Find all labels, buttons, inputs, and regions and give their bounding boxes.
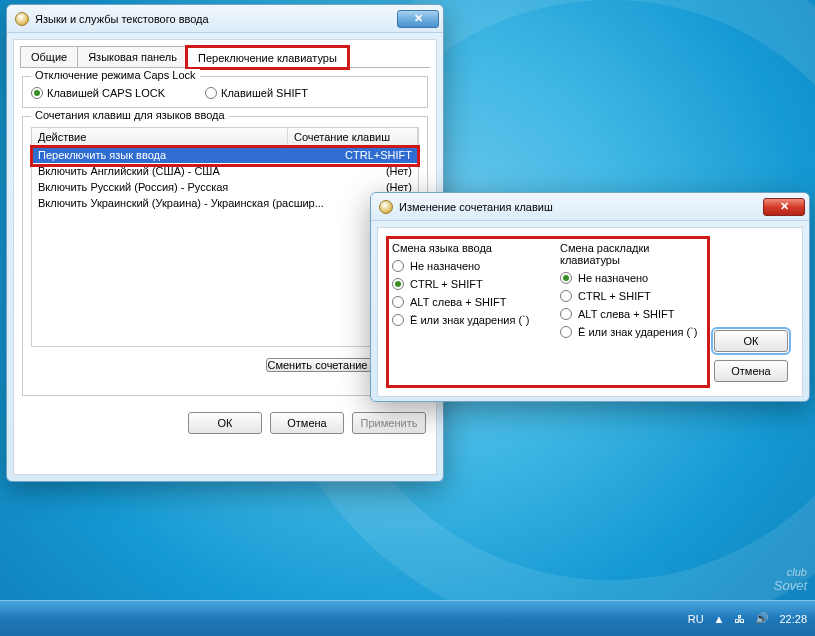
radio-dot-icon (31, 87, 43, 99)
radio-left-1[interactable]: CTRL + SHIFT (392, 278, 536, 290)
tray-sound-icon[interactable]: 🔊 (755, 612, 769, 625)
app-icon (379, 200, 393, 214)
radio-left-3[interactable]: Ё или знак ударения (`) (392, 314, 536, 326)
caps-lock-legend: Отключение режима Caps Lock (31, 69, 200, 81)
dialog-side-buttons: ОК Отмена (714, 232, 798, 392)
radio-right-1[interactable]: CTRL + SHIFT (560, 290, 704, 302)
hotkeys-table-header: Действие Сочетание клавиш (31, 127, 419, 147)
radio-dot-icon (560, 272, 572, 284)
system-tray[interactable]: RU ▲ 🖧 🔊 22:28 (688, 612, 807, 625)
col-combo: Сочетание клавиш (288, 128, 418, 146)
dialog-button-bar: ОК Отмена Применить (20, 404, 430, 442)
titlebar[interactable]: Языки и службы текстового ввода ✕ (7, 5, 443, 33)
cancel-button[interactable]: Отмена (714, 360, 788, 382)
radio-left-0[interactable]: Не назначено (392, 260, 536, 272)
table-row[interactable]: Включить Русский (Россия) - Русская (Нет… (32, 179, 418, 195)
apply-button[interactable]: Применить (352, 412, 426, 434)
radio-shift-key[interactable]: Клавишей SHIFT (205, 87, 308, 99)
close-button[interactable]: ✕ (763, 198, 805, 216)
radio-right-0[interactable]: Не назначено (560, 272, 704, 284)
radio-dot-icon (560, 326, 572, 338)
col-action: Действие (32, 128, 288, 146)
cancel-button[interactable]: Отмена (270, 412, 344, 434)
layout-label: Смена раскладки клавиатуры (560, 242, 704, 266)
radio-dot-icon (392, 278, 404, 290)
input-lang-column: Смена языка ввода Не назначено CTRL + SH… (392, 242, 536, 344)
caps-lock-group: Отключение режима Caps Lock Клавишей CAP… (22, 76, 428, 108)
layout-column: Смена раскладки клавиатуры Не назначено … (560, 242, 704, 344)
app-icon (15, 12, 29, 26)
change-hotkey-dialog: Изменение сочетания клавиш ✕ Смена языка… (370, 192, 810, 402)
table-row[interactable]: Включить Английский (США) - США (Нет) (32, 163, 418, 179)
tab-strip: Общие Языковая панель Переключение клави… (20, 46, 430, 68)
radio-dot-icon (560, 308, 572, 320)
hotkeys-legend: Сочетания клавиш для языков ввода (31, 109, 229, 121)
radio-dot-icon (560, 290, 572, 302)
table-row[interactable]: Переключить язык ввода CTRL+SHIFT (32, 147, 418, 163)
hotkeys-table-body[interactable]: Переключить язык ввода CTRL+SHIFT Включи… (31, 147, 419, 347)
input-lang-label: Смена языка ввода (392, 242, 536, 254)
tab-keyboard-switch[interactable]: Переключение клавиатуры (187, 47, 348, 68)
hotkeys-group: Сочетания клавиш для языков ввода Действ… (22, 116, 428, 396)
options-columns: Смена языка ввода Не назначено CTRL + SH… (382, 232, 714, 354)
radio-dot-icon (392, 260, 404, 272)
watermark: club Sovet (774, 559, 807, 592)
tray-flag-icon[interactable]: ▲ (714, 613, 725, 625)
radio-dot-icon (205, 87, 217, 99)
radio-dot-icon (392, 296, 404, 308)
radio-left-2[interactable]: ALT слева + SHIFT (392, 296, 536, 308)
radio-right-2[interactable]: ALT слева + SHIFT (560, 308, 704, 320)
radio-dot-icon (392, 314, 404, 326)
radio-right-3[interactable]: Ё или знак ударения (`) (560, 326, 704, 338)
tab-general[interactable]: Общие (20, 46, 78, 67)
dialog-title: Изменение сочетания клавиш (399, 201, 553, 213)
ok-button[interactable]: ОК (188, 412, 262, 434)
titlebar[interactable]: Изменение сочетания клавиш ✕ (371, 193, 809, 221)
tray-network-icon[interactable]: 🖧 (734, 613, 745, 625)
window-title: Языки и службы текстового ввода (35, 13, 209, 25)
taskbar[interactable]: RU ▲ 🖧 🔊 22:28 (0, 600, 815, 636)
ok-button[interactable]: ОК (714, 330, 788, 352)
close-button[interactable]: ✕ (397, 10, 439, 28)
radio-caps-lock-key[interactable]: Клавишей CAPS LOCK (31, 87, 165, 99)
tab-language-bar[interactable]: Языковая панель (77, 46, 188, 67)
lang-indicator[interactable]: RU (688, 613, 704, 625)
clock[interactable]: 22:28 (779, 613, 807, 625)
table-row[interactable]: Включить Украинский (Украина) - Украинск… (32, 195, 418, 211)
